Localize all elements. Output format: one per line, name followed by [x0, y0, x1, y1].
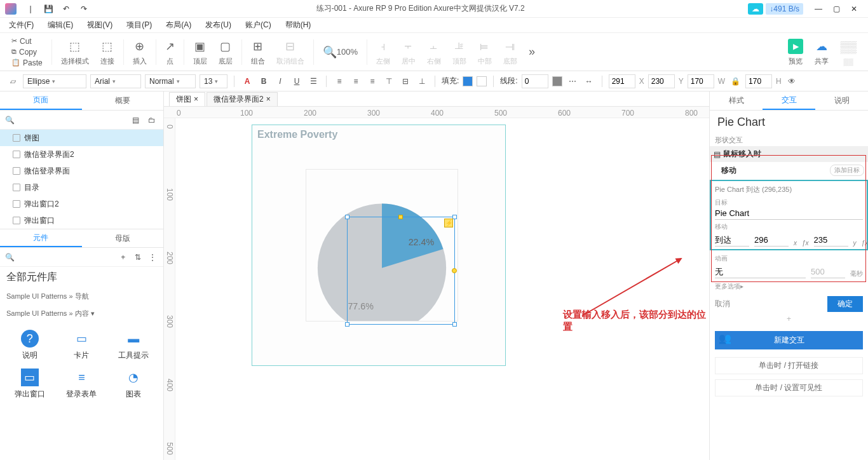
- paste-button[interactable]: 📋 Paste: [10, 58, 44, 68]
- maximize-icon[interactable]: ▢: [827, 3, 845, 15]
- widget-popup[interactable]: ▭弹出窗口: [5, 366, 55, 402]
- bring-front-button[interactable]: ▣顶层: [188, 37, 212, 66]
- tab-interactions[interactable]: 交互: [763, 91, 815, 110]
- widget-chart[interactable]: ◔图表: [109, 366, 158, 402]
- interaction-indicator-icon[interactable]: ⚡: [444, 219, 453, 227]
- shape-select[interactable]: Ellipse▾: [23, 74, 86, 88]
- ungroup-button[interactable]: ⊟取消组合: [271, 37, 309, 66]
- hint-click-link[interactable]: 单击时 / 打开链接: [715, 357, 863, 374]
- align-right-button[interactable]: ⫠右侧: [422, 37, 446, 66]
- hint-click-visibility[interactable]: 单击时 / 设置可见性: [715, 379, 863, 396]
- arrow-style[interactable]: ↔: [583, 75, 595, 88]
- add-lib-icon[interactable]: +: [118, 251, 128, 264]
- add-folder-icon[interactable]: 🗀: [146, 114, 158, 126]
- widget-note[interactable]: ?说明: [5, 327, 55, 363]
- menu-layout[interactable]: 布局(A): [163, 18, 194, 32]
- widget-name[interactable]: Pie Chart: [710, 111, 868, 134]
- align-right-text[interactable]: ≡: [366, 75, 379, 88]
- more-tools-button[interactable]: »: [524, 43, 540, 61]
- close-tab-icon[interactable]: ×: [266, 95, 271, 104]
- selection-box[interactable]: ⚡: [347, 217, 455, 325]
- event-mouseenter[interactable]: ▤ 鼠标移入时: [710, 146, 868, 162]
- target-select[interactable]: [715, 207, 863, 220]
- stroke-color[interactable]: [552, 76, 562, 86]
- copy-button[interactable]: ⧉ Copy: [10, 47, 44, 57]
- w-input[interactable]: [688, 74, 714, 88]
- bullets-button[interactable]: ☰: [307, 75, 320, 88]
- bold-button[interactable]: B: [257, 75, 270, 88]
- menu-help[interactable]: 帮助(H): [283, 18, 314, 32]
- h-input[interactable]: [745, 74, 772, 88]
- page-item[interactable]: 微信登录界面: [0, 163, 163, 179]
- italic-button[interactable]: I: [274, 75, 287, 88]
- add-target-button[interactable]: 添加目标: [830, 165, 864, 176]
- menu-file[interactable]: 文件(F): [6, 18, 36, 32]
- move-x-input[interactable]: [754, 234, 789, 247]
- align-middle-button[interactable]: ⫢中部: [473, 37, 497, 66]
- widget-search-input[interactable]: [18, 251, 114, 264]
- tab-pages[interactable]: 页面: [0, 91, 82, 110]
- align-center-button[interactable]: ⫟居中: [397, 37, 421, 66]
- stroke-width-input[interactable]: [522, 74, 548, 88]
- tab-outline[interactable]: 概要: [82, 91, 164, 110]
- menu-publish[interactable]: 发布(U): [203, 18, 234, 32]
- menu-account[interactable]: 账户(C): [243, 18, 274, 32]
- duration-input[interactable]: [811, 266, 845, 278]
- align-bottom-button[interactable]: ⫣底部: [498, 37, 522, 66]
- close-tab-icon[interactable]: ×: [194, 95, 198, 104]
- widget-card[interactable]: ▭卡片: [57, 327, 107, 363]
- zoom-control[interactable]: 🔍 100%: [318, 43, 363, 61]
- align-top-button[interactable]: ⫡顶部: [447, 37, 471, 66]
- cut-button[interactable]: ✂ Cut: [10, 36, 44, 46]
- lib-section-1[interactable]: Sample UI Patterns » 导航: [0, 288, 163, 305]
- add-page-icon[interactable]: ▤: [129, 114, 142, 126]
- cancel-button[interactable]: 取消: [715, 299, 730, 309]
- redo-icon[interactable]: ↷: [79, 4, 89, 14]
- undo-icon[interactable]: ↶: [61, 4, 71, 14]
- tab-widgets[interactable]: 元件: [0, 229, 82, 247]
- ok-button[interactable]: 确定: [827, 296, 863, 312]
- doc-tab[interactable]: 微信登录界面2 ×: [207, 92, 278, 106]
- tab-masters[interactable]: 母版: [82, 229, 164, 247]
- insert-button[interactable]: ⊕插入: [128, 37, 152, 66]
- fill-color-2[interactable]: [477, 76, 487, 86]
- visibility-icon[interactable]: 👁: [785, 75, 798, 88]
- text-color-button[interactable]: A: [241, 75, 254, 88]
- more-options-toggle[interactable]: 更多选项▸: [715, 282, 863, 291]
- lock-aspect-icon[interactable]: 🔒: [729, 75, 742, 88]
- doc-tab[interactable]: 饼图 ×: [169, 92, 205, 106]
- canvas[interactable]: Extreme Poverty 22.4% 77.6% ⚡ 设置输入: [175, 118, 709, 460]
- library-title[interactable]: 全部元件库: [0, 267, 163, 288]
- valign-top[interactable]: ⊤: [383, 75, 395, 88]
- page-item[interactable]: 微信登录界面2: [0, 146, 163, 163]
- page-item[interactable]: 弹出窗口: [0, 212, 163, 229]
- menu-project[interactable]: 项目(P): [124, 18, 154, 32]
- page-search-input[interactable]: [18, 114, 125, 126]
- align-left-text[interactable]: ≡: [333, 75, 346, 88]
- widget-tooltip[interactable]: ▬工具提示: [109, 327, 158, 363]
- connect-button[interactable]: ⬚连接: [95, 37, 119, 66]
- new-interaction-button[interactable]: 👥新建交互: [715, 331, 863, 349]
- stroke-style[interactable]: ⋯: [566, 75, 579, 88]
- tab-style[interactable]: 样式: [710, 91, 763, 110]
- tab-notes[interactable]: 说明: [815, 91, 868, 110]
- y-input[interactable]: [648, 74, 675, 88]
- save-icon[interactable]: 💾: [43, 4, 53, 14]
- add-action-icon[interactable]: +: [710, 312, 868, 326]
- preview-button[interactable]: ▶预览: [783, 37, 808, 66]
- align-center-text[interactable]: ≡: [349, 75, 362, 88]
- group-button[interactable]: ⊞组合: [246, 37, 270, 66]
- select-mode-button[interactable]: ⬚选择模式: [56, 37, 94, 66]
- lib-settings-icon[interactable]: ⇅: [132, 251, 143, 264]
- share-button[interactable]: ☁共享: [810, 37, 834, 66]
- x-input[interactable]: [609, 74, 635, 88]
- weight-select[interactable]: Normal▾: [145, 74, 196, 88]
- menu-view[interactable]: 视图(V): [85, 18, 115, 32]
- minimize-icon[interactable]: —: [810, 3, 827, 15]
- close-icon[interactable]: ✕: [845, 3, 863, 15]
- valign-mid[interactable]: ⊟: [399, 75, 412, 88]
- underline-button[interactable]: U: [290, 75, 303, 88]
- page-item[interactable]: 目录: [0, 179, 163, 196]
- lib-section-2[interactable]: Sample UI Patterns » 内容 ▾: [0, 305, 163, 322]
- menu-edit[interactable]: 编辑(E): [45, 18, 76, 32]
